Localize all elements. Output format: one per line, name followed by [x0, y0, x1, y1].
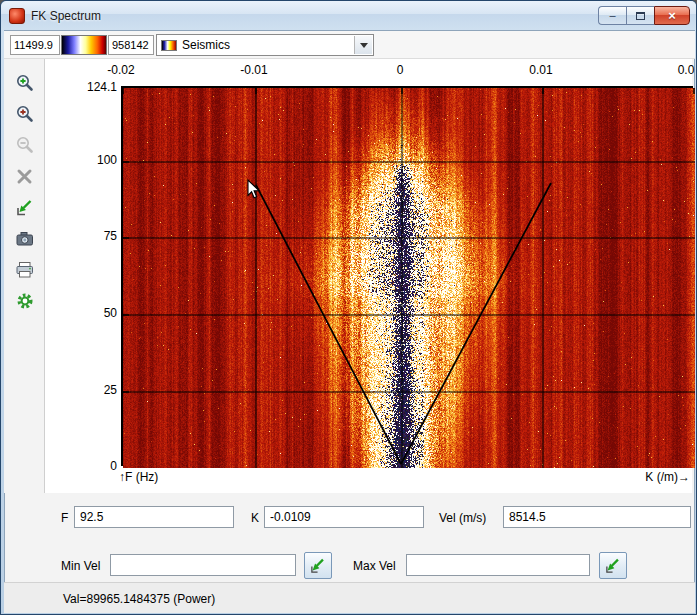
y-tick-label: 100	[47, 153, 117, 167]
x-tick-label: 0.0	[658, 63, 697, 77]
zoom-in-icon	[15, 73, 35, 93]
green-pick-arrow-icon	[604, 557, 622, 575]
colorbar-toolbar: 11499.9 958142 Seismics	[4, 31, 695, 59]
vel-field[interactable]	[503, 506, 691, 528]
plot-panel: -0.02 -0.01 0 0.01 0.0 124.1 100 75 50 2…	[45, 59, 692, 493]
zoom-box-icon	[15, 104, 35, 124]
close-x-icon	[15, 167, 35, 187]
zoom-box-button[interactable]	[13, 102, 37, 126]
mini-colorbar-icon	[161, 40, 177, 51]
x-tick-label: -0.01	[226, 63, 282, 77]
zoom-out-icon	[15, 135, 35, 155]
f-field-label: F	[61, 511, 68, 525]
x-tick-label: 0.01	[513, 63, 569, 77]
clear-button[interactable]	[13, 165, 37, 189]
combobox-dropdown-button[interactable]	[354, 36, 372, 54]
vel-field-label: Vel (m/s)	[439, 511, 486, 525]
titlebar[interactable]: FK Spectrum – ×	[1, 1, 697, 30]
green-pick-arrow-icon	[309, 557, 327, 575]
min-vel-label: Min Vel	[61, 559, 100, 573]
min-vel-field[interactable]	[110, 554, 296, 576]
window-title: FK Spectrum	[31, 9, 101, 23]
y-tick-label: 75	[47, 229, 117, 243]
x-tick-label: -0.02	[93, 63, 149, 77]
settings-button[interactable]	[13, 289, 37, 313]
close-icon: ×	[668, 9, 676, 22]
pick-arrow-icon	[15, 198, 35, 218]
y-tick-label: 25	[47, 383, 117, 397]
dataset-combobox[interactable]: Seismics	[156, 34, 374, 56]
close-button[interactable]: ×	[654, 6, 690, 25]
y-tick-label: 124.1	[47, 80, 117, 94]
y-axis-label: ↑F (Hz)	[119, 470, 158, 484]
k-field[interactable]	[264, 506, 424, 528]
zoom-out-button[interactable]	[13, 133, 37, 157]
y-tick-label: 0	[47, 459, 117, 473]
minimize-icon: –	[609, 10, 615, 21]
maximize-button[interactable]	[626, 6, 654, 25]
dataset-combobox-value: Seismics	[182, 38, 230, 52]
colorbar-max-field[interactable]: 958142	[108, 35, 154, 55]
zoom-in-button[interactable]	[13, 71, 37, 95]
app-icon	[9, 8, 25, 24]
max-vel-pick-button[interactable]	[599, 552, 627, 579]
minimize-button[interactable]: –	[598, 6, 626, 25]
camera-icon	[15, 229, 35, 249]
f-field[interactable]	[74, 506, 234, 528]
fk-spectrum-heatmap[interactable]	[123, 88, 695, 468]
pick-button[interactable]	[13, 196, 37, 220]
x-tick-label: 0	[372, 63, 428, 77]
snapshot-button[interactable]	[13, 227, 37, 251]
maximize-icon	[636, 12, 645, 20]
printer-icon	[15, 260, 35, 280]
max-vel-label: Max Vel	[353, 559, 396, 573]
print-button[interactable]	[13, 258, 37, 282]
status-value-text: Val=89965.1484375 (Power)	[63, 592, 215, 606]
max-vel-field[interactable]	[406, 554, 590, 576]
chevron-down-icon	[360, 43, 368, 48]
y-tick-label: 50	[47, 306, 117, 320]
k-field-label: K	[251, 511, 259, 525]
gear-icon	[15, 291, 35, 311]
colorbar-min-field[interactable]: 11499.9	[10, 35, 60, 55]
fk-plot-frame	[121, 86, 693, 466]
x-axis-label: K (/m)→	[645, 470, 690, 484]
statusbar: Val=89965.1484375 (Power)	[4, 582, 695, 613]
fk-spectrum-window: FK Spectrum – × 11499.9 958142 Seismics	[0, 0, 697, 615]
min-vel-pick-button[interactable]	[304, 552, 332, 579]
colorbar-gradient[interactable]	[61, 35, 107, 55]
side-toolbar	[4, 59, 45, 493]
